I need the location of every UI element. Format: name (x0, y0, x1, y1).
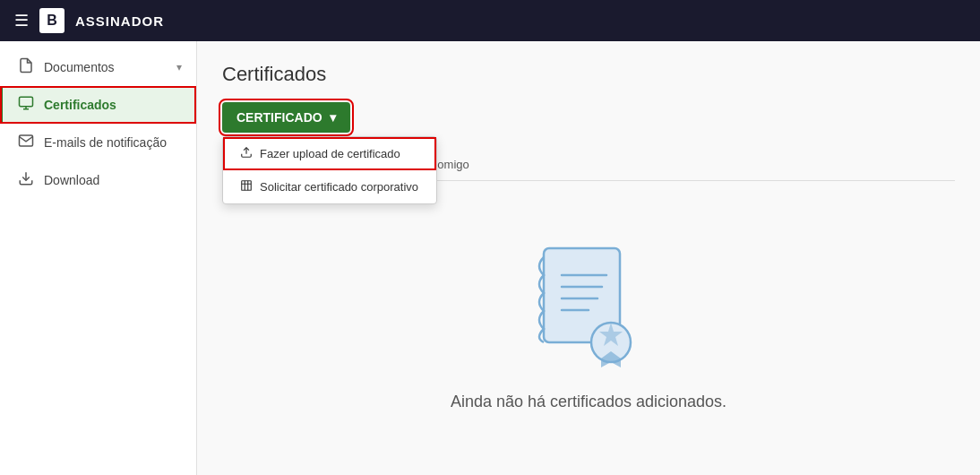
empty-state: Ainda não há certificados adicionados. (222, 181, 955, 411)
dropdown-item-corporativo[interactable]: Solicitar certificado corporativo (223, 170, 436, 203)
dropdown-item-upload[interactable]: Fazer upload de certificado (223, 137, 436, 170)
upload-label: Fazer upload de certificado (260, 147, 400, 160)
chevron-down-icon: ▾ (176, 61, 182, 73)
empty-state-text: Ainda não há certificados adicionados. (451, 393, 726, 411)
download-icon (17, 170, 35, 190)
documentos-label: Documentos (44, 60, 115, 74)
certificate-illustration (517, 235, 660, 378)
navbar: ☰ B ASSINADOR (0, 0, 980, 41)
certificados-icon (17, 95, 35, 115)
page-title: Certificados (222, 63, 955, 86)
sidebar-item-documentos[interactable]: Documentos ▾ (0, 48, 196, 86)
sidebar-item-download[interactable]: Download (0, 161, 196, 199)
download-label: Download (44, 173, 99, 187)
certificados-label: Certificados (44, 98, 116, 112)
svg-rect-0 (20, 97, 33, 107)
app-title: ASSINADOR (75, 13, 164, 29)
dropdown-menu: Fazer upload de certificado Solicitar ce… (222, 136, 437, 204)
documentos-icon (17, 57, 35, 77)
corporativo-label: Solicitar certificado corporativo (260, 180, 418, 194)
sidebar: Documentos ▾ Certificados E-mails de not… (0, 41, 197, 475)
building-icon (240, 179, 253, 194)
svg-rect-3 (242, 181, 252, 191)
menu-icon[interactable]: ☰ (14, 11, 29, 30)
sidebar-item-certificados[interactable]: Certificados (0, 86, 196, 124)
certificado-button[interactable]: CERTIFICADO ▾ (222, 102, 350, 133)
certificado-dropdown-wrapper: CERTIFICADO ▾ Fazer upload de certificad… (222, 102, 350, 133)
email-icon (17, 133, 35, 152)
sidebar-item-emails[interactable]: E-mails de notificação (0, 124, 196, 161)
layout: Documentos ▾ Certificados E-mails de not… (0, 41, 980, 475)
logo: B (39, 8, 64, 33)
certificado-button-label: CERTIFICADO (236, 110, 322, 125)
emails-label: E-mails de notificação (44, 135, 167, 150)
btn-chevron-icon: ▾ (330, 110, 336, 125)
main-content: Certificados CERTIFICADO ▾ Fazer upload … (197, 41, 980, 475)
upload-icon (240, 146, 253, 161)
